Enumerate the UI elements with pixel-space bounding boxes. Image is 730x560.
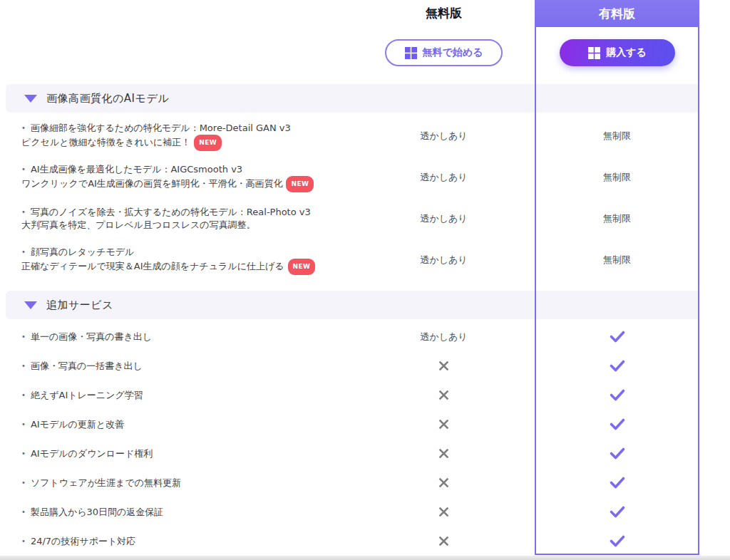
paid-cell: 無制限 <box>535 171 699 184</box>
feature-line2: ワンクリックでAI生成画像の画質を鮮明化・平滑化・高画質化 <box>21 178 282 189</box>
free-cell <box>385 360 503 372</box>
feature-line1: 画像・写真の一括書き出し <box>31 361 143 371</box>
page-bottom-edge <box>0 556 730 560</box>
cross-icon <box>438 535 450 546</box>
paid-title: 有料版 <box>599 6 635 22</box>
table-row: •AI生成画像を最適化したモデル：AIGCsmooth v3 ワンクリックでAI… <box>0 157 730 198</box>
free-cell: 透かしあり <box>385 171 503 184</box>
table-row: •画像細部を強化するための特化モデル：More-Detail GAN v3 ピク… <box>0 115 730 157</box>
feature-label: •AIモデルの更新と改善 <box>0 418 385 431</box>
free-cell <box>385 418 503 430</box>
feature-line1: ソフトウェアが生涯までの無料更新 <box>31 477 181 488</box>
section-title: 追加サービス <box>46 299 113 312</box>
table-row: •AIモデルのダウンロード権利 <box>0 439 730 468</box>
new-badge: NEW <box>286 176 314 192</box>
free-cell <box>385 389 503 401</box>
check-icon <box>609 389 626 400</box>
free-cell <box>385 447 503 460</box>
feature-label: •ソフトウェアが生涯までの無料更新 <box>0 477 385 489</box>
paid-cell <box>535 388 699 402</box>
feature-line2: 正確なディテールで現実＆AI生成の顔をナチュラルに仕上げる <box>21 261 284 271</box>
check-icon <box>609 447 626 458</box>
new-badge: NEW <box>194 135 222 151</box>
cross-icon <box>438 360 450 370</box>
feature-line1: 写真のノイズを除去・拡大するための特化モデル：Real-Photo v3 <box>31 207 311 217</box>
new-badge: NEW <box>288 259 316 275</box>
table-row: •製品購入から30日間の返金保証 <box>0 497 730 527</box>
table-row: •顔写真のレタッチモデル 正確なディテールで現実＆AI生成の顔をナチュラルに仕上… <box>0 239 730 281</box>
start-free-button[interactable]: 無料で始める <box>385 39 503 66</box>
section-rows-2: •単一の画像・写真の書き出し 透かしあり •画像・写真の一括書き出し •絶えずA… <box>0 322 730 556</box>
feature-label: •顔写真のレタッチモデル 正確なディテールで現実＆AI生成の顔をナチュラルに仕上… <box>0 246 385 275</box>
feature-line1: AIモデルの更新と改善 <box>31 419 124 430</box>
start-free-label: 無料で始める <box>423 46 483 59</box>
bullet-dot: • <box>21 165 26 173</box>
check-icon <box>609 331 626 341</box>
feature-line1: 24/7の技術サポート対応 <box>31 536 135 546</box>
section-rows-1: •画像細部を強化するための特化モデル：More-Detail GAN v3 ピク… <box>0 115 730 281</box>
pricing-comparison-page: 有料版 無料版 無料で始める 購入する 画像高画質化のAIモデル •画像細部を強… <box>0 0 730 560</box>
paid-column-header: 有料版 <box>535 0 699 27</box>
check-icon <box>609 477 626 487</box>
comparison-content: 画像高画質化のAIモデル •画像細部を強化するための特化モデル：More-Det… <box>0 84 730 556</box>
section-title: 画像高画質化のAIモデル <box>46 92 169 105</box>
bullet-dot: • <box>21 362 26 370</box>
bullet-dot: • <box>21 508 26 516</box>
free-cell: 透かしあり <box>385 331 503 343</box>
chevron-down-icon <box>24 301 37 309</box>
cross-icon <box>438 506 450 517</box>
feature-label: •24/7の技術サポート対応 <box>0 535 385 548</box>
check-icon <box>609 506 626 517</box>
feature-label: •画像・写真の一括書き出し <box>0 360 385 373</box>
feature-line1: 顔写真のレタッチモデル <box>31 247 134 257</box>
cross-icon <box>438 389 450 400</box>
paid-cell <box>535 534 699 548</box>
bullet-dot: • <box>21 391 26 399</box>
paid-cell <box>535 505 699 519</box>
feature-label: •写真のノイズを除去・拡大するための特化モデル：Real-Photo v3 大判… <box>0 206 385 232</box>
section-bar-2[interactable]: 追加サービス <box>6 291 698 319</box>
feature-line2: 大判写真を特定、プロレベル且つロスレスの写真調整。 <box>21 219 256 230</box>
free-cell: 透かしあり <box>385 212 503 225</box>
windows-icon <box>405 47 417 59</box>
table-row: •写真のノイズを除去・拡大するための特化モデル：Real-Photo v3 大判… <box>0 198 730 239</box>
cross-icon <box>438 418 450 429</box>
paid-cell: 無制限 <box>535 130 699 142</box>
feature-label: •AIモデルのダウンロード権利 <box>0 447 385 460</box>
table-row: •24/7の技術サポート対応 <box>0 527 730 556</box>
free-cell <box>385 535 503 547</box>
feature-label: •絶えずAIトレーニング学習 <box>0 389 385 402</box>
paid-cell: 無制限 <box>535 212 699 225</box>
feature-label: •AI生成画像を最適化したモデル：AIGCsmooth v3 ワンクリックでAI… <box>0 163 385 192</box>
table-row: •画像・写真の一括書き出し <box>0 351 730 380</box>
feature-line1: AIモデルのダウンロード権利 <box>31 448 153 459</box>
free-cell <box>385 506 503 518</box>
paid-cell <box>535 359 699 373</box>
bullet-dot: • <box>21 248 26 256</box>
section-bar-1[interactable]: 画像高画質化のAIモデル <box>6 84 698 113</box>
table-row: •ソフトウェアが生涯までの無料更新 <box>0 468 730 497</box>
free-title: 無料版 <box>385 5 503 21</box>
free-cell: 透かしあり <box>385 254 503 266</box>
bullet-dot: • <box>21 208 26 216</box>
paid-cell <box>535 330 699 343</box>
chevron-down-icon <box>24 95 37 103</box>
bullet-dot: • <box>21 124 26 132</box>
paid-cell <box>535 476 699 489</box>
free-cell: 透かしあり <box>385 130 503 142</box>
feature-label: •製品購入から30日間の返金保証 <box>0 506 385 519</box>
paid-cell <box>535 418 699 431</box>
bullet-dot: • <box>21 479 26 487</box>
feature-line1: 画像細部を強化するための特化モデル：More-Detail GAN v3 <box>31 123 291 133</box>
cross-icon <box>438 447 450 458</box>
feature-label: •画像細部を強化するための特化モデル：More-Detail GAN v3 ピク… <box>0 122 385 151</box>
table-row: •絶えずAIトレーニング学習 <box>0 380 730 410</box>
check-icon <box>609 418 626 429</box>
purchase-button[interactable]: 購入する <box>560 39 675 66</box>
table-row: •AIモデルの更新と改善 <box>0 410 730 439</box>
feature-line1: 単一の画像・写真の書き出し <box>31 331 152 342</box>
cross-icon <box>438 477 450 487</box>
feature-line2: ピクセルと微細な特徴をきれいに補正！ <box>21 137 190 147</box>
windows-icon <box>588 47 600 59</box>
free-cell <box>385 477 503 489</box>
